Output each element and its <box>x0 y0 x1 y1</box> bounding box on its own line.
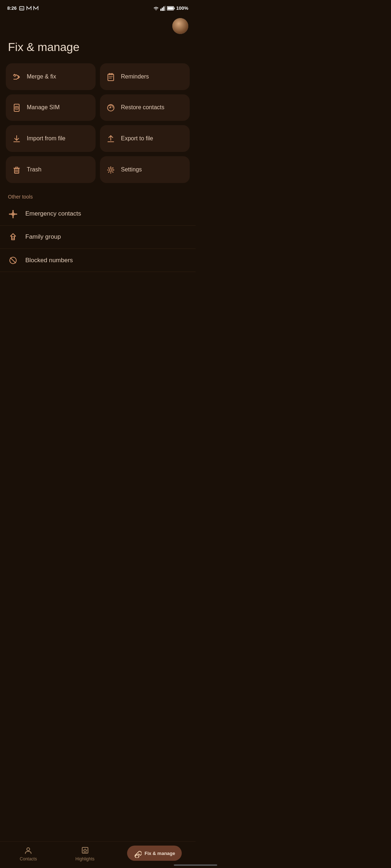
grid-item-settings[interactable]: Settings <box>100 156 190 183</box>
restore-contacts-label: Restore contacts <box>121 104 164 111</box>
reminders-label: Reminders <box>121 73 149 80</box>
svg-rect-2 <box>160 9 161 11</box>
list-item-emergency-contacts[interactable]: Emergency contacts <box>0 203 196 226</box>
svg-rect-8 <box>167 7 173 9</box>
grid-item-trash[interactable]: Trash <box>6 156 96 183</box>
family-group-label: Family group <box>25 233 61 241</box>
merge-fix-label: Merge & fix <box>27 73 56 80</box>
svg-point-26 <box>12 237 14 239</box>
svg-rect-4 <box>163 7 164 11</box>
status-icons: 100% <box>153 5 188 11</box>
svg-rect-9 <box>108 74 114 81</box>
trash-icon <box>12 164 22 175</box>
svg-rect-5 <box>165 6 165 11</box>
grid-item-merge-fix[interactable]: Merge & fix <box>6 63 96 90</box>
export-icon <box>106 133 116 144</box>
reminders-icon <box>106 71 116 82</box>
user-avatar[interactable] <box>172 18 188 34</box>
svg-line-28 <box>10 258 16 263</box>
trash-label: Trash <box>27 166 41 173</box>
status-notifications: FC <box>19 5 39 11</box>
status-time: 8:26 <box>7 5 17 11</box>
settings-icon <box>106 164 116 175</box>
restore-contacts-icon <box>106 102 116 113</box>
tools-grid: Merge & fix Reminders Manage SIM <box>0 58 196 187</box>
emergency-contacts-label: Emergency contacts <box>25 210 81 217</box>
settings-label: Settings <box>121 166 142 173</box>
grid-item-export-to-file[interactable]: Export to file <box>100 125 190 152</box>
merge-fix-icon <box>12 71 22 82</box>
status-time-notifications: 8:26 FC <box>7 5 39 11</box>
other-tools-header: Other tools <box>0 187 196 203</box>
blocked-numbers-label: Blocked numbers <box>25 257 73 264</box>
emergency-icon <box>8 209 18 219</box>
svg-rect-7 <box>174 8 175 9</box>
manage-sim-icon <box>12 102 22 113</box>
svg-text:FC: FC <box>20 8 24 10</box>
page-title: Fix & manage <box>0 34 196 58</box>
family-icon <box>8 232 18 242</box>
manage-sim-label: Manage SIM <box>27 104 60 111</box>
grid-item-restore-contacts[interactable]: Restore contacts <box>100 94 190 121</box>
svg-rect-3 <box>162 8 163 11</box>
import-icon <box>12 133 22 144</box>
svg-point-23 <box>110 169 112 171</box>
list-item-blocked-numbers[interactable]: Blocked numbers <box>0 249 196 272</box>
blocked-icon <box>8 255 18 265</box>
list-item-family-group[interactable]: Family group <box>0 226 196 249</box>
battery-percent: 100% <box>176 5 188 11</box>
grid-item-reminders[interactable]: Reminders <box>100 63 190 90</box>
status-bar: 8:26 FC 100% <box>0 0 196 14</box>
grid-item-import-from-file[interactable]: Import from file <box>6 125 96 152</box>
export-to-file-label: Export to file <box>121 135 153 142</box>
avatar-row <box>0 14 196 34</box>
grid-item-manage-sim[interactable]: Manage SIM <box>6 94 96 121</box>
import-from-file-label: Import from file <box>27 135 66 142</box>
